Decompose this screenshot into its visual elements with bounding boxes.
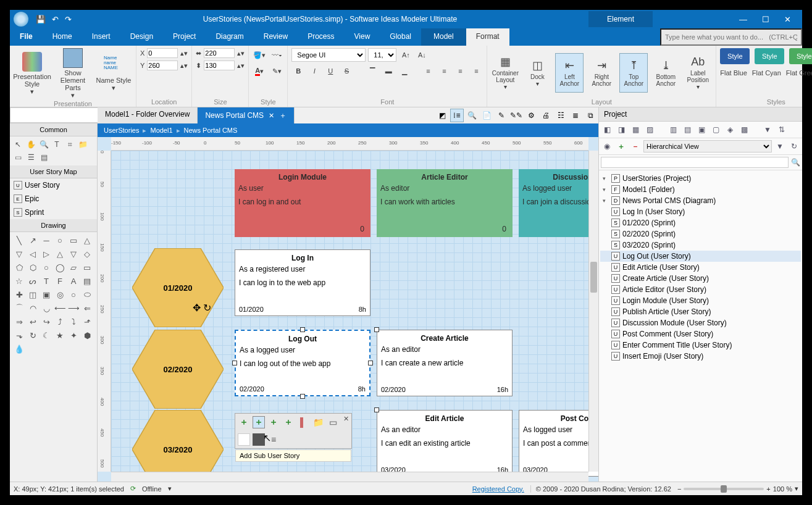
- color-icon[interactable]: ▌: [297, 416, 309, 428]
- shape-tool[interactable]: ☆: [12, 274, 26, 288]
- shape-tool[interactable]: ᔕ: [26, 274, 40, 288]
- view-mode-select[interactable]: Hierarchical View: [643, 140, 772, 152]
- name-style-button[interactable]: NamenameNAMEName Style ▾: [95, 56, 132, 91]
- italic-button[interactable]: I: [308, 64, 321, 78]
- stack-tool-icon[interactable]: ▤: [38, 152, 49, 163]
- shape-tool[interactable]: ◯: [53, 261, 67, 274]
- shape-tool[interactable]: ⟵: [53, 301, 67, 315]
- selection-handle[interactable]: [300, 327, 305, 332]
- panel-drawing-header[interactable]: Drawing: [10, 219, 97, 232]
- selection-handle[interactable]: [232, 361, 237, 365]
- menu-design[interactable]: Design: [120, 28, 163, 46]
- align-middle-button[interactable]: ▬: [382, 64, 395, 78]
- sprint-hexagon[interactable]: 02/2020: [132, 330, 224, 409]
- bold-button[interactable]: B: [291, 64, 305, 78]
- menu-project[interactable]: Project: [163, 28, 206, 46]
- folder-tool-icon[interactable]: 📁: [77, 139, 88, 150]
- diagram-canvas[interactable]: Login ModuleAs userI can log in and out0…: [111, 151, 588, 472]
- view-icon-6[interactable]: ✎✎: [509, 109, 523, 122]
- shape-tool[interactable]: ─: [40, 233, 53, 247]
- save-icon[interactable]: 💾: [36, 15, 46, 24]
- menu-process[interactable]: Process: [298, 28, 344, 46]
- status-offline[interactable]: Offline: [142, 485, 162, 493]
- shape-tool[interactable]: ⤴: [53, 315, 67, 328]
- menu-diagram[interactable]: Diagram: [206, 28, 253, 46]
- shape-tool[interactable]: A: [67, 274, 80, 288]
- tree-node[interactable]: UPublish Article (User Story): [600, 306, 801, 317]
- shape-tool[interactable]: ▽: [12, 247, 26, 261]
- add-icon[interactable]: ＋: [238, 416, 250, 428]
- shape-tool[interactable]: ↻: [26, 328, 40, 342]
- view-icon-1[interactable]: ◩: [435, 109, 449, 122]
- font-color-button[interactable]: A▾: [253, 64, 266, 78]
- tree-node[interactable]: UArticle Editor (User Story): [600, 284, 801, 295]
- selection-handle[interactable]: [368, 361, 373, 365]
- tree-node[interactable]: UEnter Comment Title (User Story): [600, 340, 801, 351]
- shape-tool[interactable]: ↗: [26, 233, 40, 247]
- shape-tool[interactable]: ▽: [67, 247, 80, 261]
- tab-news-portal[interactable]: News Portal CMS✕＋: [198, 107, 295, 123]
- epic-card[interactable]: Discussion ModuleAs logged userI can joi…: [519, 169, 598, 237]
- selection-handle[interactable]: [300, 394, 305, 399]
- tree-node[interactable]: ULog Out (User Story): [600, 251, 801, 262]
- underline-button[interactable]: U: [324, 64, 337, 78]
- shape-tool[interactable]: ▣: [40, 288, 53, 301]
- popup-close-icon[interactable]: ✕: [343, 415, 349, 423]
- presentation-style-button[interactable]: Presentation Style ▾: [14, 52, 51, 95]
- toolbox-search-input[interactable]: [10, 107, 99, 123]
- view-icon-8[interactable]: 🖨: [539, 109, 553, 122]
- font-size-select[interactable]: 11,2: [368, 48, 396, 62]
- vertical-scrollbar[interactable]: [588, 151, 598, 472]
- shape-tool[interactable]: ⟶: [67, 301, 80, 315]
- menu-format[interactable]: Format: [466, 28, 509, 46]
- view-icon-11[interactable]: ⧉: [584, 109, 597, 122]
- list-tool-icon[interactable]: ☰: [25, 152, 36, 163]
- sync-icon[interactable]: ⟳: [130, 485, 136, 493]
- breadcrumb-item[interactable]: UserStories: [104, 127, 139, 134]
- filter-icon[interactable]: ▼: [761, 123, 774, 136]
- menu-view[interactable]: View: [345, 28, 380, 46]
- dock-button[interactable]: ◫Dock ▾: [523, 53, 551, 93]
- filter2-icon[interactable]: ▼: [774, 140, 786, 152]
- shape-tool[interactable]: ⤵: [67, 315, 80, 328]
- add-sub-icon[interactable]: ＋: [253, 416, 265, 428]
- shape-tool[interactable]: ☾: [40, 328, 53, 342]
- shape-tool[interactable]: ★: [53, 328, 67, 342]
- note-icon[interactable]: ▭: [327, 416, 339, 428]
- shape-tool[interactable]: ⬭: [80, 288, 94, 301]
- align-center-button[interactable]: ≡: [437, 64, 451, 78]
- tool-user-story[interactable]: UUser Story: [10, 178, 97, 192]
- tree-node[interactable]: S03/2020 (Sprint): [600, 240, 801, 251]
- shape-tool[interactable]: ◫: [26, 288, 40, 301]
- tree-node[interactable]: UInsert Emoji (User Story): [600, 351, 801, 362]
- tool-sprint[interactable]: SSprint: [10, 206, 97, 219]
- shape-tool[interactable]: ◡: [40, 301, 53, 315]
- project-panel-header[interactable]: Project: [599, 107, 802, 122]
- horizontal-scrollbar[interactable]: [111, 472, 588, 482]
- align-bottom-button[interactable]: ▁: [398, 64, 411, 78]
- sprint-hexagon[interactable]: 03/2020: [132, 410, 224, 482]
- shape-tool[interactable]: ◎: [53, 288, 67, 301]
- shape-tool[interactable]: ◠: [26, 301, 40, 315]
- tree-node[interactable]: UDiscussion Module (User Story): [600, 317, 801, 328]
- user-story-card[interactable]: Post CommentAs logged userI can post a c…: [519, 410, 598, 477]
- shape-tool[interactable]: ⬎: [12, 328, 26, 342]
- shape-tool[interactable]: ▱: [67, 261, 80, 274]
- shape-tool[interactable]: ↩: [26, 315, 40, 328]
- shrink-font-icon[interactable]: A↓: [415, 48, 429, 62]
- bottom-anchor-button[interactable]: ⤓Bottom Anchor: [651, 53, 680, 93]
- shape-tool[interactable]: ○: [67, 288, 80, 301]
- remove-icon[interactable]: －: [629, 140, 642, 152]
- style-chip-blue[interactable]: Style: [720, 48, 750, 64]
- sort-icon[interactable]: ⇅: [776, 123, 788, 136]
- contextual-tab-element[interactable]: Element: [588, 11, 653, 27]
- breadcrumb-item[interactable]: News Portal CMS: [184, 127, 238, 134]
- tree-node[interactable]: ▾PUserStories (Project): [600, 173, 801, 184]
- shape-tool[interactable]: ⬡: [26, 261, 40, 274]
- shape-tool[interactable]: ↪: [40, 315, 53, 328]
- shape-tool[interactable]: ⇒: [12, 315, 26, 328]
- user-story-card[interactable]: Log InAs a registered userI can log in t…: [235, 249, 370, 316]
- tree-node[interactable]: S01/2020 (Sprint): [600, 217, 801, 228]
- tree-node[interactable]: ULog In (User Story): [600, 206, 801, 217]
- tab-add-icon[interactable]: ＋: [279, 111, 287, 121]
